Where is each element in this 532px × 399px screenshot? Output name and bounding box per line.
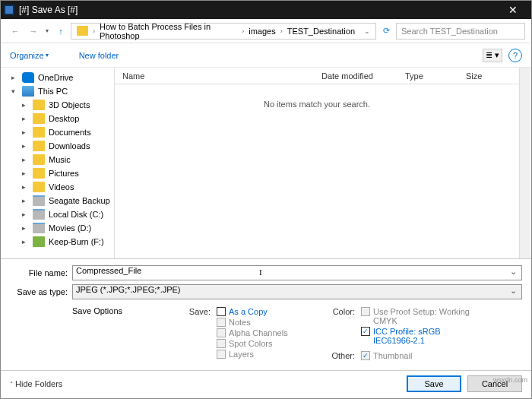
proof-label: Use Proof Setup: Working CMYK <box>373 307 472 325</box>
tree-item[interactable]: ▸Documents <box>1 125 114 139</box>
close-button[interactable]: ✕ <box>498 1 528 19</box>
view-options-button[interactable]: ≣ ▾ <box>483 49 502 62</box>
up-button[interactable]: ↑ <box>52 23 69 40</box>
tree-item[interactable]: ▸Movies (D:) <box>1 221 114 235</box>
folder-tree[interactable]: ▸OneDrive▾This PC▸3D Objects▸Desktop▸Doc… <box>1 68 115 258</box>
tree-item[interactable]: ▸Pictures <box>1 166 114 180</box>
organize-button[interactable]: Organize ▾ <box>10 51 49 60</box>
chevron-right-icon: › <box>239 27 246 35</box>
tree-item[interactable]: ▸Videos <box>1 180 114 194</box>
proof-checkbox <box>361 307 370 316</box>
hide-folders-button[interactable]: ˄ Hide Folders <box>10 379 62 388</box>
back-button[interactable]: ← <box>7 23 24 40</box>
save-as-dialog: [#] Save As [#] ✕ ← → ▾ ↑ › How to Batch… <box>0 0 532 399</box>
icc-label: ICC Profile: sRGB IEC61966-2.1 <box>373 327 472 345</box>
icc-checkbox[interactable] <box>361 327 370 336</box>
spot-checkbox <box>217 339 226 348</box>
history-dropdown[interactable]: ▾ <box>43 27 51 34</box>
other-label: Other: <box>331 351 358 360</box>
tree-item[interactable]: ▸Seagate Backup <box>1 194 114 207</box>
toolbar: Organize ▾ New folder ≣ ▾ ? <box>1 43 531 68</box>
tree-item[interactable]: ▸3D Objects <box>1 98 114 112</box>
column-headers: Name Date modified Type Size <box>115 68 519 84</box>
app-icon <box>4 5 14 15</box>
tree-item[interactable]: ▸OneDrive <box>1 71 114 84</box>
folder-icon <box>77 26 88 36</box>
tree-item[interactable]: ▸Desktop <box>1 112 114 125</box>
chevron-right-icon: › <box>278 27 285 35</box>
tree-item[interactable]: ▸Local Disk (C:) <box>1 207 114 221</box>
main-area: ▸OneDrive▾This PC▸3D Objects▸Desktop▸Doc… <box>1 68 531 258</box>
crumb[interactable]: TEST_Destination <box>285 27 357 36</box>
alpha-label: Alpha Channels <box>229 328 288 337</box>
refresh-button[interactable]: ⟳ <box>378 23 394 40</box>
scrollbar[interactable] <box>519 68 531 258</box>
save-type-label: Save as type: <box>10 287 72 296</box>
watermark: wsxdn.com <box>493 376 527 384</box>
column-type[interactable]: Type <box>397 71 458 81</box>
file-name-label: File name: <box>10 268 72 277</box>
file-name-input[interactable]: Compressed_FileI <box>72 265 522 280</box>
tree-item[interactable]: ▸Downloads <box>1 139 114 153</box>
column-date[interactable]: Date modified <box>314 71 397 81</box>
addressbar: ← → ▾ ↑ › How to Batch Process Files in … <box>1 19 531 43</box>
thumbnail-label: Thumbnail <box>373 351 412 360</box>
chevron-down-icon[interactable]: ⌄ <box>362 27 372 35</box>
footer: ˄ Hide Folders Save Cancel <box>1 370 531 398</box>
tree-item[interactable]: ▾This PC <box>1 84 114 98</box>
alpha-checkbox <box>217 328 226 337</box>
tree-item[interactable]: ▸Music <box>1 153 114 166</box>
save-options: Save Options Save:As a Copy Notes Alpha … <box>10 303 522 366</box>
column-name[interactable]: Name <box>115 71 314 81</box>
column-size[interactable]: Size <box>458 71 519 81</box>
new-folder-button[interactable]: New folder <box>79 51 119 60</box>
layers-label: Layers <box>229 350 254 359</box>
forward-button[interactable]: → <box>25 23 42 40</box>
search-input[interactable]: Search TEST_Destination <box>396 23 525 40</box>
spot-label: Spot Colors <box>229 339 272 348</box>
window-title: [#] Save As [#] <box>19 5 498 15</box>
save-type-select[interactable]: JPEG (*.JPG;*.JPEG;*.JPE) <box>72 284 522 299</box>
breadcrumb[interactable]: › How to Batch Process Files in Photosho… <box>71 23 376 40</box>
as-copy-checkbox[interactable] <box>217 307 226 316</box>
crumb[interactable]: images <box>246 27 277 36</box>
thumbnail-checkbox <box>361 351 370 360</box>
file-list: Name Date modified Type Size No items ma… <box>115 68 519 258</box>
notes-label: Notes <box>229 318 251 327</box>
tree-item[interactable]: ▸Keep-Burn (F:) <box>1 235 114 249</box>
chevron-right-icon: › <box>90 27 97 35</box>
save-button[interactable]: Save <box>407 375 461 392</box>
color-label: Color: <box>331 307 358 316</box>
as-copy-label: As a Copy <box>229 307 268 316</box>
save-label: Save: <box>186 307 214 316</box>
save-options-title: Save Options <box>72 306 186 315</box>
empty-message: No items match your search. <box>115 84 519 124</box>
notes-checkbox <box>217 318 226 327</box>
titlebar: [#] Save As [#] ✕ <box>1 1 531 19</box>
crumb[interactable]: How to Batch Process Files in Photoshop <box>97 22 239 40</box>
help-button[interactable]: ? <box>508 49 522 62</box>
bottom-panel: File name: Compressed_FileI Save as type… <box>1 258 531 370</box>
layers-checkbox <box>217 350 226 359</box>
